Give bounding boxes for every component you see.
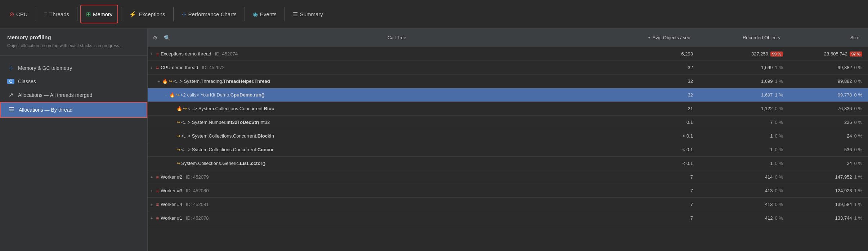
sidebar-item-classes-label: Classes: [18, 79, 36, 84]
sidebar-item-allocations-by-thread-label: Allocations — By thread: [19, 107, 72, 113]
table-row[interactable]: ↪ <...> System.Number.Int32ToDecStr(Int3…: [148, 116, 868, 129]
sidebar-item-classes[interactable]: C Classes: [0, 75, 147, 88]
recorded-pct: 1 %: [775, 92, 783, 98]
recorded-value: 1: [770, 133, 773, 139]
threads-icon: ≡: [44, 11, 47, 17]
arrow-icon: ↪: [176, 120, 180, 125]
expand-button[interactable]: −: [164, 93, 169, 98]
row-id: ID: 452081: [186, 202, 209, 207]
recorded-pct: 0 %: [775, 106, 783, 111]
expand-button[interactable]: [171, 120, 176, 125]
cell-size: 23,605,742 97 %: [789, 51, 868, 57]
thread-icon: ≡: [156, 215, 159, 221]
cell-avg: 6,293: [619, 51, 699, 57]
table-row[interactable]: + ≡ Worker #2 ID: 452079 7 414 0 % 147,9…: [148, 170, 868, 184]
cell-call-tree: ↪ System.Collections.Generic.List..cctor…: [148, 161, 619, 166]
cell-avg: 7: [619, 202, 699, 207]
recorded-badge: 99 %: [770, 51, 783, 57]
size-value: 99,882: [838, 65, 852, 70]
table-row[interactable]: 🔥 ↪ <...> System.Collections.Concurrent.…: [148, 102, 868, 116]
size-pct: 1 %: [854, 174, 862, 180]
table-toolbar: ⚙ 🔍: [151, 33, 173, 42]
size-value: 23,605,742: [824, 51, 847, 57]
cell-recorded: 1,699 1 %: [699, 79, 789, 84]
sort-icon: ▼: [648, 36, 651, 40]
nav-item-exceptions[interactable]: ⚡ Exceptions: [124, 5, 170, 23]
nav-item-threads[interactable]: ≡ Threads: [39, 5, 74, 23]
recorded-value: 413: [765, 202, 773, 207]
nav-label-performance: Performance Charts: [188, 11, 237, 17]
size-pct: 1 %: [854, 215, 862, 221]
cell-avg: 7: [619, 188, 699, 193]
sidebar-item-allocations-by-thread[interactable]: Allocations — By thread: [0, 102, 147, 118]
nav-item-memory[interactable]: ⊞ Memory: [80, 5, 118, 23]
expand-button[interactable]: [171, 161, 176, 166]
recorded-value: 327,259: [751, 51, 768, 57]
expand-button[interactable]: +: [149, 51, 154, 57]
memory-icon: ⊞: [86, 11, 91, 18]
expand-button[interactable]: +: [149, 216, 154, 221]
cell-avg: 32: [619, 79, 699, 84]
main-layout: Memory profiling Object allocation recor…: [0, 28, 868, 251]
table-row[interactable]: + ≡ Worker #3 ID: 452080 7 413 0 % 124,9…: [148, 184, 868, 198]
table-row[interactable]: ↪ System.Collections.Generic.List..cctor…: [148, 157, 868, 170]
cell-avg: 21: [619, 106, 699, 111]
table-row[interactable]: + ≡ CPU demo thread ID: 452072 32 1,699 …: [148, 61, 868, 75]
expand-button[interactable]: +: [149, 188, 154, 193]
expand-button[interactable]: +: [156, 79, 161, 84]
classes-icon: C: [7, 79, 14, 84]
cell-recorded: 413 0 %: [699, 188, 789, 193]
table-row[interactable]: ↪ <...> System.Collections.Concurrent.Bl…: [148, 129, 868, 143]
cell-call-tree: ↪ <...> System.Collections.Concurrent.Bl…: [148, 133, 619, 139]
recorded-pct: 0 %: [775, 215, 783, 221]
events-icon: ◉: [253, 11, 258, 18]
cell-size: 99,882 0 %: [789, 65, 868, 70]
cell-call-tree: + ≡ Worker #3 ID: 452080: [148, 188, 619, 194]
nav-item-events[interactable]: ◉ Events: [248, 5, 282, 23]
sidebar-title: Memory profiling: [7, 34, 140, 40]
cell-size: 99,778 0 %: [789, 92, 868, 98]
nav-label-cpu: CPU: [16, 11, 28, 17]
table-row[interactable]: ↪ <...> System.Collections.Concurrent.Co…: [148, 143, 868, 157]
allocations-by-thread-icon: [8, 106, 15, 113]
size-value: 124,928: [835, 188, 852, 193]
recorded-value: 1: [770, 147, 773, 152]
cell-size: 133,744 1 %: [789, 215, 868, 221]
table-row[interactable]: + ≡ Exceptions demo thread ID: 452074 6,…: [148, 47, 868, 61]
table-row[interactable]: + ≡ Worker #1 ID: 452078 7 412 0 % 133,7…: [148, 211, 868, 225]
size-pct: 0 %: [854, 133, 862, 139]
nav-label-exceptions: Exceptions: [139, 11, 165, 17]
sidebar-item-allocations-all[interactable]: ↗ Allocations — All threads merged: [0, 88, 147, 102]
content-area: ⚙ 🔍 Call Tree ▼ Avg. Objects / sec Recor…: [148, 28, 868, 251]
cell-size: 24 0 %: [789, 161, 868, 166]
nav-item-summary[interactable]: ☰ Summary: [288, 5, 328, 23]
nav-item-performance[interactable]: ⊹ Performance Charts: [176, 5, 242, 23]
table-row[interactable]: − 🔥 ↪ <2 calls> YourKit.Demo.CpuDemo.run…: [148, 88, 868, 102]
row-id: ID: 452079: [186, 174, 209, 180]
expand-button[interactable]: +: [149, 175, 154, 180]
nav-item-cpu[interactable]: ⊘ CPU: [4, 5, 33, 23]
cell-call-tree: + ≡ CPU demo thread ID: 452072: [148, 65, 619, 71]
row-id: ID: 452074: [215, 51, 238, 57]
table-row[interactable]: + 🔥 ↪ <...> System.Threading.ThreadHelpe…: [148, 75, 868, 88]
cell-avg: < 0.1: [619, 147, 699, 152]
nav-divider-1: [36, 7, 36, 21]
expand-button[interactable]: +: [149, 65, 154, 70]
settings-button[interactable]: ⚙: [151, 33, 160, 42]
nav-divider-5: [245, 7, 245, 21]
sidebar-item-memory-gc[interactable]: ⊹ Memory & GC telemetry: [0, 61, 147, 75]
nav-label-memory: Memory: [93, 11, 112, 17]
cell-recorded: 1,697 1 %: [699, 92, 789, 98]
cell-recorded: 1 0 %: [699, 133, 789, 139]
nav-divider-6: [285, 7, 285, 21]
cell-recorded: 413 0 %: [699, 202, 789, 207]
expand-button[interactable]: [171, 134, 176, 139]
expand-button[interactable]: +: [149, 202, 154, 207]
row-id: ID: 452072: [202, 65, 225, 70]
expand-button[interactable]: [171, 106, 176, 111]
thread-icon: ≡: [156, 174, 159, 180]
table-row[interactable]: + ≡ Worker #4 ID: 452081 7 413 0 % 139,5…: [148, 198, 868, 211]
column-headers: Call Tree ▼ Avg. Objects / sec Recorded …: [177, 35, 865, 40]
expand-button[interactable]: [171, 147, 176, 152]
search-button[interactable]: 🔍: [162, 33, 173, 42]
